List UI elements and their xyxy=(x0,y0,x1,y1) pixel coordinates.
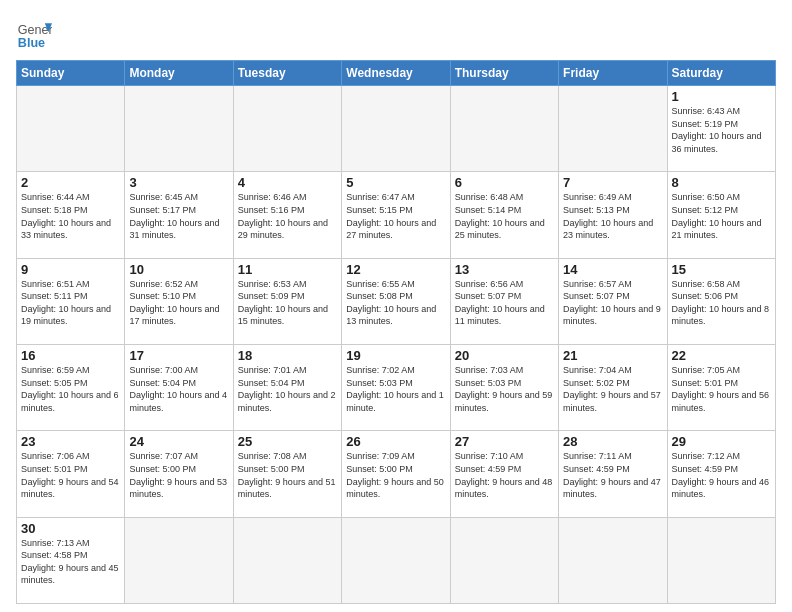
day-info: Sunrise: 6:43 AM Sunset: 5:19 PM Dayligh… xyxy=(672,105,771,155)
day-info: Sunrise: 6:59 AM Sunset: 5:05 PM Dayligh… xyxy=(21,364,120,414)
calendar-cell: 14Sunrise: 6:57 AM Sunset: 5:07 PM Dayli… xyxy=(559,258,667,344)
calendar-cell xyxy=(450,517,558,603)
day-info: Sunrise: 7:04 AM Sunset: 5:02 PM Dayligh… xyxy=(563,364,662,414)
header: General Blue xyxy=(16,16,776,52)
day-number: 20 xyxy=(455,348,554,363)
day-number: 22 xyxy=(672,348,771,363)
day-info: Sunrise: 7:00 AM Sunset: 5:04 PM Dayligh… xyxy=(129,364,228,414)
day-info: Sunrise: 7:06 AM Sunset: 5:01 PM Dayligh… xyxy=(21,450,120,500)
calendar-cell xyxy=(17,86,125,172)
day-info: Sunrise: 6:44 AM Sunset: 5:18 PM Dayligh… xyxy=(21,191,120,241)
day-info: Sunrise: 7:11 AM Sunset: 4:59 PM Dayligh… xyxy=(563,450,662,500)
day-info: Sunrise: 7:09 AM Sunset: 5:00 PM Dayligh… xyxy=(346,450,445,500)
day-info: Sunrise: 7:05 AM Sunset: 5:01 PM Dayligh… xyxy=(672,364,771,414)
day-number: 16 xyxy=(21,348,120,363)
calendar-cell: 4Sunrise: 6:46 AM Sunset: 5:16 PM Daylig… xyxy=(233,172,341,258)
calendar-cell xyxy=(342,517,450,603)
calendar-cell: 1Sunrise: 6:43 AM Sunset: 5:19 PM Daylig… xyxy=(667,86,775,172)
calendar-cell xyxy=(450,86,558,172)
calendar-cell: 5Sunrise: 6:47 AM Sunset: 5:15 PM Daylig… xyxy=(342,172,450,258)
day-info: Sunrise: 6:53 AM Sunset: 5:09 PM Dayligh… xyxy=(238,278,337,328)
day-info: Sunrise: 7:10 AM Sunset: 4:59 PM Dayligh… xyxy=(455,450,554,500)
week-row-5: 23Sunrise: 7:06 AM Sunset: 5:01 PM Dayli… xyxy=(17,431,776,517)
calendar-cell xyxy=(342,86,450,172)
calendar-cell: 2Sunrise: 6:44 AM Sunset: 5:18 PM Daylig… xyxy=(17,172,125,258)
day-number: 17 xyxy=(129,348,228,363)
day-number: 13 xyxy=(455,262,554,277)
calendar-cell: 8Sunrise: 6:50 AM Sunset: 5:12 PM Daylig… xyxy=(667,172,775,258)
calendar-cell xyxy=(125,86,233,172)
day-info: Sunrise: 6:52 AM Sunset: 5:10 PM Dayligh… xyxy=(129,278,228,328)
weekday-sunday: Sunday xyxy=(17,61,125,86)
week-row-6: 30Sunrise: 7:13 AM Sunset: 4:58 PM Dayli… xyxy=(17,517,776,603)
calendar-cell: 12Sunrise: 6:55 AM Sunset: 5:08 PM Dayli… xyxy=(342,258,450,344)
day-info: Sunrise: 6:56 AM Sunset: 5:07 PM Dayligh… xyxy=(455,278,554,328)
calendar-cell xyxy=(667,517,775,603)
day-number: 27 xyxy=(455,434,554,449)
calendar-cell: 18Sunrise: 7:01 AM Sunset: 5:04 PM Dayli… xyxy=(233,344,341,430)
day-number: 18 xyxy=(238,348,337,363)
week-row-2: 2Sunrise: 6:44 AM Sunset: 5:18 PM Daylig… xyxy=(17,172,776,258)
day-number: 6 xyxy=(455,175,554,190)
calendar-cell: 13Sunrise: 6:56 AM Sunset: 5:07 PM Dayli… xyxy=(450,258,558,344)
calendar-cell: 9Sunrise: 6:51 AM Sunset: 5:11 PM Daylig… xyxy=(17,258,125,344)
weekday-header-row: SundayMondayTuesdayWednesdayThursdayFrid… xyxy=(17,61,776,86)
day-info: Sunrise: 6:57 AM Sunset: 5:07 PM Dayligh… xyxy=(563,278,662,328)
day-number: 12 xyxy=(346,262,445,277)
week-row-1: 1Sunrise: 6:43 AM Sunset: 5:19 PM Daylig… xyxy=(17,86,776,172)
day-number: 30 xyxy=(21,521,120,536)
day-info: Sunrise: 6:51 AM Sunset: 5:11 PM Dayligh… xyxy=(21,278,120,328)
day-info: Sunrise: 6:48 AM Sunset: 5:14 PM Dayligh… xyxy=(455,191,554,241)
day-number: 25 xyxy=(238,434,337,449)
day-info: Sunrise: 7:13 AM Sunset: 4:58 PM Dayligh… xyxy=(21,537,120,587)
calendar-cell: 15Sunrise: 6:58 AM Sunset: 5:06 PM Dayli… xyxy=(667,258,775,344)
day-info: Sunrise: 7:02 AM Sunset: 5:03 PM Dayligh… xyxy=(346,364,445,414)
calendar-cell: 26Sunrise: 7:09 AM Sunset: 5:00 PM Dayli… xyxy=(342,431,450,517)
day-number: 2 xyxy=(21,175,120,190)
day-info: Sunrise: 7:01 AM Sunset: 5:04 PM Dayligh… xyxy=(238,364,337,414)
day-number: 14 xyxy=(563,262,662,277)
day-number: 19 xyxy=(346,348,445,363)
calendar-cell: 22Sunrise: 7:05 AM Sunset: 5:01 PM Dayli… xyxy=(667,344,775,430)
calendar-cell: 6Sunrise: 6:48 AM Sunset: 5:14 PM Daylig… xyxy=(450,172,558,258)
day-number: 24 xyxy=(129,434,228,449)
day-info: Sunrise: 6:47 AM Sunset: 5:15 PM Dayligh… xyxy=(346,191,445,241)
calendar-cell: 23Sunrise: 7:06 AM Sunset: 5:01 PM Dayli… xyxy=(17,431,125,517)
svg-text:Blue: Blue xyxy=(18,36,45,50)
day-info: Sunrise: 6:50 AM Sunset: 5:12 PM Dayligh… xyxy=(672,191,771,241)
day-number: 23 xyxy=(21,434,120,449)
day-number: 7 xyxy=(563,175,662,190)
day-number: 29 xyxy=(672,434,771,449)
calendar-cell xyxy=(559,86,667,172)
calendar-cell: 30Sunrise: 7:13 AM Sunset: 4:58 PM Dayli… xyxy=(17,517,125,603)
calendar-cell xyxy=(233,517,341,603)
calendar-cell: 24Sunrise: 7:07 AM Sunset: 5:00 PM Dayli… xyxy=(125,431,233,517)
calendar-table: SundayMondayTuesdayWednesdayThursdayFrid… xyxy=(16,60,776,604)
day-number: 26 xyxy=(346,434,445,449)
day-info: Sunrise: 6:55 AM Sunset: 5:08 PM Dayligh… xyxy=(346,278,445,328)
weekday-saturday: Saturday xyxy=(667,61,775,86)
day-info: Sunrise: 6:46 AM Sunset: 5:16 PM Dayligh… xyxy=(238,191,337,241)
calendar-cell: 10Sunrise: 6:52 AM Sunset: 5:10 PM Dayli… xyxy=(125,258,233,344)
calendar-cell: 20Sunrise: 7:03 AM Sunset: 5:03 PM Dayli… xyxy=(450,344,558,430)
weekday-monday: Monday xyxy=(125,61,233,86)
day-info: Sunrise: 7:12 AM Sunset: 4:59 PM Dayligh… xyxy=(672,450,771,500)
day-info: Sunrise: 7:03 AM Sunset: 5:03 PM Dayligh… xyxy=(455,364,554,414)
calendar-cell: 27Sunrise: 7:10 AM Sunset: 4:59 PM Dayli… xyxy=(450,431,558,517)
weekday-tuesday: Tuesday xyxy=(233,61,341,86)
day-number: 9 xyxy=(21,262,120,277)
day-info: Sunrise: 6:45 AM Sunset: 5:17 PM Dayligh… xyxy=(129,191,228,241)
week-row-3: 9Sunrise: 6:51 AM Sunset: 5:11 PM Daylig… xyxy=(17,258,776,344)
generalblue-logo-icon: General Blue xyxy=(16,16,52,52)
calendar-cell xyxy=(559,517,667,603)
calendar-cell: 7Sunrise: 6:49 AM Sunset: 5:13 PM Daylig… xyxy=(559,172,667,258)
calendar-cell: 3Sunrise: 6:45 AM Sunset: 5:17 PM Daylig… xyxy=(125,172,233,258)
day-info: Sunrise: 6:49 AM Sunset: 5:13 PM Dayligh… xyxy=(563,191,662,241)
page: General Blue SundayMondayTuesdayWednesda… xyxy=(0,0,792,612)
calendar-cell: 11Sunrise: 6:53 AM Sunset: 5:09 PM Dayli… xyxy=(233,258,341,344)
weekday-thursday: Thursday xyxy=(450,61,558,86)
day-number: 8 xyxy=(672,175,771,190)
calendar-cell: 16Sunrise: 6:59 AM Sunset: 5:05 PM Dayli… xyxy=(17,344,125,430)
day-number: 5 xyxy=(346,175,445,190)
calendar-cell: 19Sunrise: 7:02 AM Sunset: 5:03 PM Dayli… xyxy=(342,344,450,430)
